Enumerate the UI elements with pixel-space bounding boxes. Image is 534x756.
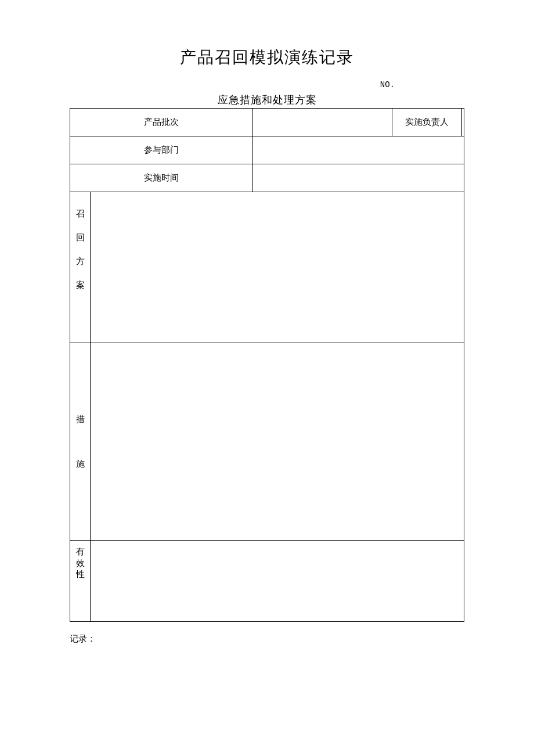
- document-subtitle: 应急措施和处理方案: [70, 93, 464, 107]
- value-departments[interactable]: [253, 136, 464, 164]
- value-effectiveness[interactable]: [91, 541, 464, 622]
- row-product-batch: 产品批次 实施负责人: [70, 109, 464, 136]
- value-responsible-person[interactable]: [462, 109, 464, 136]
- value-recall-plan[interactable]: [91, 192, 464, 343]
- document-number-label: NO.: [70, 80, 464, 89]
- document-title: 产品召回模拟演练记录: [70, 46, 464, 69]
- label-product-batch: 产品批次: [70, 109, 253, 136]
- value-implementation-time[interactable]: [253, 164, 464, 192]
- label-departments: 参与部门: [70, 136, 253, 164]
- record-table: 产品批次 实施负责人 参与部门 实施时间 召 回 方 案 措 施 有 效 性: [70, 108, 464, 622]
- label-responsible-person: 实施负责人: [392, 109, 462, 136]
- value-measure[interactable]: [91, 343, 464, 541]
- label-recall-plan: 召 回 方 案: [70, 192, 91, 343]
- label-effectiveness: 有 效 性: [70, 541, 91, 622]
- row-implementation-time: 实施时间: [70, 164, 464, 192]
- row-measure: 措 施: [70, 343, 464, 541]
- footer-record-label: 记录：: [70, 633, 464, 645]
- row-recall-plan: 召 回 方 案: [70, 192, 464, 343]
- label-implementation-time: 实施时间: [70, 164, 253, 192]
- label-measure: 措 施: [70, 343, 91, 541]
- row-effectiveness: 有 效 性: [70, 541, 464, 622]
- value-product-batch[interactable]: [253, 109, 392, 136]
- row-departments: 参与部门: [70, 136, 464, 164]
